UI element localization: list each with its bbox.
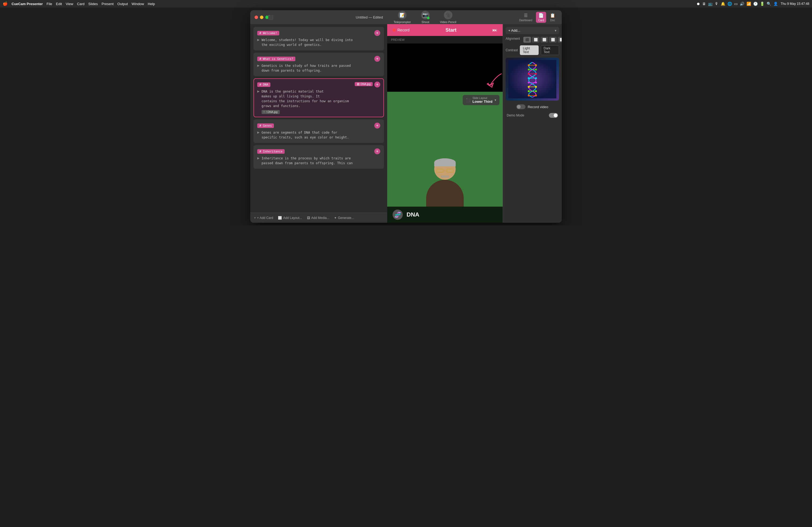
- minimize-button[interactable]: [260, 16, 263, 19]
- record-video-toggle[interactable]: [516, 104, 525, 109]
- card-header-genetics: # What is Genetics? +: [257, 56, 380, 62]
- menu-edit[interactable]: Edit: [56, 2, 62, 6]
- svg-point-11: [528, 69, 530, 71]
- card-play-inheritance[interactable]: ▶: [257, 156, 259, 160]
- record-button[interactable]: Record: [393, 28, 409, 32]
- add-card-btn[interactable]: + + Add Card: [254, 216, 273, 220]
- light-text-btn[interactable]: Light Text: [520, 45, 538, 55]
- app-name[interactable]: CueCam Presenter: [12, 2, 43, 6]
- card-play-welcome[interactable]: ▶: [257, 38, 259, 42]
- menu-file[interactable]: File: [46, 2, 52, 6]
- titlebar-center: Untitled — Edited 📝 Teleprompter 📷 Shoot…: [356, 11, 456, 24]
- lower-third-icon: 🧬: [393, 210, 403, 220]
- person-head: [434, 158, 456, 180]
- menu-view[interactable]: View: [66, 2, 73, 6]
- contrast-label: Contrast: [506, 48, 518, 52]
- next-icon[interactable]: ⏭: [492, 27, 497, 33]
- align-bottomleft-btn[interactable]: ⬜: [549, 37, 557, 43]
- record-dot: [393, 28, 396, 32]
- start-label[interactable]: Start: [409, 27, 492, 33]
- slide-layout-btn[interactable]: ⬛ Slide Layout Lower Third ▾: [463, 95, 499, 105]
- add-btn-label: + Add...: [508, 28, 520, 32]
- menu-slides[interactable]: Slides: [88, 2, 98, 6]
- menu-window[interactable]: Window: [132, 2, 144, 6]
- svg-point-24: [535, 94, 537, 96]
- glasses: [436, 168, 453, 173]
- card-tag-dna: # DNA: [257, 82, 271, 87]
- card-add-inheritance[interactable]: +: [374, 148, 380, 154]
- contrast-section: Contrast Light Text Dark Text: [506, 45, 559, 55]
- contrast-buttons: Light Text Dark Text: [520, 45, 559, 55]
- card-body-genes: ▶ Genes are segments of DNA that code fo…: [257, 130, 380, 140]
- card-nav-btn[interactable]: 📄 Card: [536, 12, 546, 23]
- globe-icon: 🌐: [727, 2, 732, 6]
- card-add-welcome[interactable]: +: [374, 30, 380, 36]
- card-play-dna[interactable]: ▶: [257, 90, 259, 93]
- video-pencil-btn[interactable]: 🎥 Video Pencil: [440, 11, 456, 24]
- teleprompter-btn[interactable]: 📝 Teleprompter: [394, 11, 411, 24]
- search-icon[interactable]: 🔍: [767, 2, 771, 6]
- close-button[interactable]: [255, 16, 258, 19]
- add-media-btn[interactable]: 🖼 Add Media...: [307, 216, 329, 220]
- contrast-text: Contrast: [506, 48, 518, 52]
- card-file-bottom-dna: ! ! DNA.jpg: [262, 110, 280, 114]
- bottom-bar: + + Add Card ⬜ Add Layout... 🖼 Add Media…: [250, 212, 387, 223]
- shoot-btn[interactable]: 📷 Shoot: [418, 11, 432, 24]
- menu-present[interactable]: Present: [102, 2, 114, 6]
- clock-icon: 🕐: [753, 2, 758, 6]
- dark-text-btn[interactable]: Dark Text: [541, 45, 559, 55]
- align-bottomcenter-btn[interactable]: ⬜: [558, 37, 562, 43]
- image-icon: 🖼: [357, 82, 360, 86]
- card-body-welcome: ▶ Welcome, students! Today we will be di…: [257, 37, 380, 47]
- svg-point-22: [528, 90, 530, 92]
- add-layout-btn[interactable]: ⬜ Add Layout...: [278, 216, 302, 220]
- card-play-genetics[interactable]: ▶: [257, 64, 259, 67]
- menubar-right: ⏺ 🖥 📺 🎙 🔔 🌐 ▭ 🔊 📶 🕐 🔋 🔍 👤 Thu 9 May 15:4…: [696, 2, 809, 6]
- user-icon[interactable]: 👤: [773, 2, 778, 6]
- person-figure: [426, 158, 464, 207]
- chevron-down-icon[interactable]: ▾: [495, 98, 496, 102]
- menu-help[interactable]: Help: [148, 2, 155, 6]
- add-dropdown-btn[interactable]: + Add... ▾: [506, 27, 559, 34]
- demo-mode-toggle[interactable]: [549, 113, 558, 118]
- doc-btn[interactable]: 📋 Doc: [548, 12, 557, 23]
- dashboard-label: Dashboard: [519, 19, 532, 22]
- slide-layout-text: Slide Layout Lower Third: [473, 96, 492, 104]
- menu-output[interactable]: Output: [117, 2, 128, 6]
- align-topcenter-btn[interactable]: ⬜: [532, 37, 539, 43]
- record-video-label: Record video: [528, 105, 548, 109]
- traffic-lights: [255, 16, 269, 19]
- card-item-welcome[interactable]: # Welcome! + ▶ Welcome, students! Today …: [253, 27, 384, 50]
- card-body-dna: ▶ DNA is the genetic material that makes…: [257, 89, 380, 114]
- card-add-dna[interactable]: +: [374, 81, 380, 88]
- menubar-icons: ⏺ 🖥 📺 🎙 🔔 🌐 ▭ 🔊 📶 🕐 🔋 🔍 👤: [696, 2, 778, 6]
- dashboard-btn[interactable]: ☰ Dashboard: [517, 12, 534, 23]
- sidebar-toggle-icon[interactable]: ⬛: [268, 15, 273, 20]
- lower-third-title: DNA: [407, 211, 419, 218]
- card-item-inheritance[interactable]: # Inheritance + ▶ Inheritance is the pro…: [253, 145, 384, 169]
- generate-btn[interactable]: ✦ Generate...: [334, 216, 354, 220]
- card-play-genes[interactable]: ▶: [257, 131, 259, 134]
- preview-black-area: [387, 44, 503, 92]
- card-body-genetics: ▶ Genetics is the study of how traits ar…: [257, 63, 380, 73]
- card-item-dna[interactable]: # DNA 🖼 DNA.jpg + ▶ DNA is the genet: [253, 78, 384, 117]
- apple-icon[interactable]: 🍎: [3, 1, 8, 6]
- menubar: 🍎 CueCam Presenter File Edit View Card S…: [0, 0, 812, 7]
- airplay-icon: 📺: [708, 2, 713, 6]
- add-layout-label: Add Layout...: [283, 216, 302, 220]
- align-topright-btn[interactable]: ⬜: [540, 37, 548, 43]
- menu-card[interactable]: Card: [77, 2, 85, 6]
- alignment-text: Alignment: [506, 37, 522, 41]
- card-add-genes[interactable]: +: [374, 123, 380, 129]
- media-icon: 🖼: [307, 216, 310, 220]
- card-text-genes: Genes are segments of DNA that code for …: [262, 130, 380, 140]
- record-status-icon: ⏺: [696, 2, 700, 6]
- card-text-welcome: Welcome, students! Today we will be divi…: [262, 37, 380, 47]
- align-topleft-btn[interactable]: ⬛: [523, 37, 531, 43]
- card-item-genes[interactable]: # Genes + ▶ Genes are segments of DNA th…: [253, 119, 384, 143]
- right-panel: + Add... ▾ Alignment ⬛ ⬜ ⬜ ⬜ ⬜ Co: [503, 24, 562, 223]
- card-file-top-dna[interactable]: 🖼 DNA.jpg: [355, 82, 373, 86]
- card-item-genetics[interactable]: # What is Genetics? + ▶ Genetics is the …: [253, 52, 384, 76]
- card-add-genetics[interactable]: +: [374, 56, 380, 62]
- preview-label: PREVIEW: [387, 36, 503, 44]
